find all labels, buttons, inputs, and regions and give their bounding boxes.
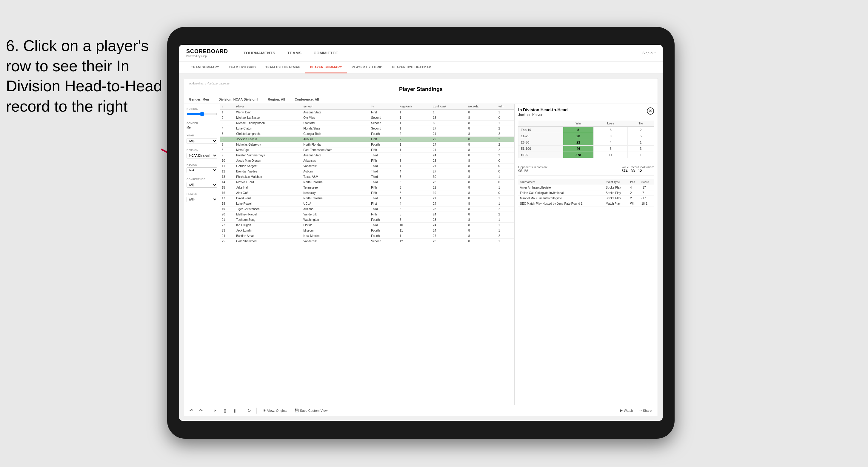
left-sidebar: No Rds. Gender Men Year (All) <box>184 104 220 405</box>
year-select[interactable]: (All) <box>187 138 217 144</box>
cell-yr: Third <box>369 163 398 169</box>
cell-num: 2 <box>220 115 234 121</box>
table-row[interactable]: 19 Tiger Christensen Arizona Third 8 23 … <box>220 207 514 212</box>
share-button[interactable]: ⇨ Share <box>637 407 654 413</box>
cell-player: Bastien Amat <box>234 234 302 239</box>
refresh-button[interactable]: ↻ <box>246 407 253 414</box>
cell-win: 0 <box>497 163 514 169</box>
table-row[interactable]: 17 David Ford North Carolina Third 4 21 … <box>220 196 514 201</box>
table-row[interactable]: 8 Mats Ege East Tennessee State Fifth 1 … <box>220 147 514 153</box>
table-row[interactable]: 13 Phichaksn Maichon Texas A&M Third 6 3… <box>220 174 514 180</box>
table-row[interactable]: 9 Preston Summerhays Arizona State Third… <box>220 153 514 158</box>
cell-win: 2 <box>497 126 514 131</box>
no-rds-slider[interactable] <box>187 112 217 116</box>
conference-select[interactable]: (All) <box>187 182 217 188</box>
cell-conf-rank: 23 <box>431 180 467 185</box>
cell-reg-rank: 1 <box>398 142 431 147</box>
h2h-win-cell: 22 <box>563 139 593 146</box>
undo-button[interactable]: ↶ <box>188 407 195 414</box>
table-row[interactable]: 6 Jackson Koivun Auburn First 2 22 8 2 <box>220 137 514 142</box>
tab-player-h2h-heatmap[interactable]: PLAYER H2H HEATMAP <box>388 61 436 73</box>
cell-reg-rank: 1 <box>398 234 431 239</box>
table-row[interactable]: 21 Taehoon Song Washington Fourth 6 23 8… <box>220 217 514 223</box>
h2h-close-button[interactable]: ✕ <box>647 107 654 115</box>
cell-win: 2 <box>497 142 514 147</box>
cell-conf-rank: 23 <box>431 239 467 244</box>
tab-team-h2h-grid[interactable]: TEAM H2H GRID <box>224 61 260 73</box>
logo-sub: Powered by clippi <box>186 55 228 58</box>
cell-school: Texas A&M <box>302 174 369 180</box>
cell-player: David Ford <box>234 196 302 201</box>
tab-player-summary[interactable]: PLAYER SUMMARY <box>305 61 347 73</box>
sign-out-button[interactable]: Sign out <box>642 51 655 55</box>
cut-button[interactable]: ✂ <box>212 407 219 414</box>
cell-win: 1 <box>497 223 514 228</box>
table-row[interactable]: 7 Nicholas Gabrelcik North Florida Fourt… <box>220 142 514 147</box>
cell-reg-rank: 3 <box>398 185 431 190</box>
table-row[interactable]: 10 Jacob Mau Olesen Arkansas Fifth 3 23 … <box>220 158 514 163</box>
cell-win: 0 <box>497 180 514 185</box>
table-row[interactable]: 12 Brendan Valdes Auburn Third 4 27 8 0 <box>220 169 514 174</box>
tab-team-summary[interactable]: TEAM SUMMARY <box>186 61 224 73</box>
cell-reg-rank: 1 <box>398 110 431 115</box>
table-row[interactable]: 2 Michael La Sasso Ole Miss Second 1 18 … <box>220 115 514 121</box>
paste-button[interactable]: ▮ <box>231 407 238 414</box>
cell-no-rds: 8 <box>467 115 497 121</box>
tournament-name: Mirabel Maui Jim Intercollegiate <box>518 196 604 201</box>
h2h-row-label: 11-25 <box>519 133 563 139</box>
cell-yr: Third <box>369 207 398 212</box>
table-row[interactable]: 3 Michael Thorbjornsen Stanford Second 1… <box>220 121 514 126</box>
content-panel: Update time: 27/05/2024 16:56:26 Player … <box>184 78 658 416</box>
cell-num: 4 <box>220 126 234 131</box>
table-row[interactable]: 18 Luke Powell UCLA First 4 24 8 1 <box>220 201 514 207</box>
table-area: # Player School Yr Reg Rank Conf Rank No… <box>220 104 514 405</box>
col-player: Player <box>234 104 302 110</box>
tournament-row: Fallen Oak Collegiate Invitational Strok… <box>518 190 654 196</box>
nav-teams[interactable]: TEAMS <box>281 45 307 61</box>
view-original-button[interactable]: 👁 View: Original <box>260 408 290 413</box>
table-row[interactable]: 14 Maxwell Ford North Carolina Third 3 2… <box>220 180 514 185</box>
main-content: Update time: 27/05/2024 16:56:26 Player … <box>179 73 663 421</box>
cell-win: 1 <box>497 217 514 223</box>
cell-num: 9 <box>220 153 234 158</box>
save-custom-button[interactable]: 💾 Save Custom View <box>292 407 330 413</box>
table-row[interactable]: 25 Cole Sherwood Vanderbilt Second 12 23… <box>220 239 514 244</box>
table-row[interactable]: 22 Ian Gilligan Florida Third 10 24 8 1 <box>220 223 514 228</box>
division-select[interactable]: NCAA Division I <box>187 153 217 158</box>
table-row[interactable]: 11 Gordon Sargent Vanderbilt Third 4 21 … <box>220 163 514 169</box>
cell-win: 0 <box>497 158 514 163</box>
cell-player: Jackson Koivun <box>234 137 302 142</box>
tablet-screen: SCOREBOARD Powered by clippi TOURNAMENTS… <box>179 45 663 421</box>
cell-yr: Third <box>369 174 398 180</box>
player-select[interactable]: (All) <box>187 197 217 202</box>
tab-team-h2h-heatmap[interactable]: TEAM H2H HEATMAP <box>260 61 305 73</box>
redo-button[interactable]: ↷ <box>197 407 205 414</box>
cell-reg-rank: 2 <box>398 131 431 137</box>
nav-committee[interactable]: COMMITTEE <box>307 45 344 61</box>
table-row[interactable]: 5 Christo Lamprecht Georgia Tech Fourth … <box>220 131 514 137</box>
copy-button[interactable]: ▯ <box>221 407 229 414</box>
division-filter: Division: NCAA Division I <box>218 98 258 101</box>
watch-button[interactable]: ▶ Watch <box>618 407 636 413</box>
table-row[interactable]: 23 Jack Lundin Missouri Fourth 11 24 8 1 <box>220 228 514 234</box>
cell-player: Cole Sherwood <box>234 239 302 244</box>
cell-school: Vanderbilt <box>302 163 369 169</box>
tournament-row: Amer Ari Intercollegiate Stroke Play 4 -… <box>518 185 654 190</box>
table-row[interactable]: 15 Jake Hall Tennessee Fifth 3 22 8 1 <box>220 185 514 190</box>
opponents-label: Opponents in division: <box>518 166 548 169</box>
nav-tournaments[interactable]: TOURNAMENTS <box>238 45 281 61</box>
table-row[interactable]: 16 Alex Goff Kentucky Fifth 8 19 8 0 <box>220 190 514 196</box>
table-row[interactable]: 20 Matthew Riedel Vanderbilt Fifth 5 24 … <box>220 212 514 217</box>
tournament-pos: 2 <box>628 190 640 196</box>
h2h-row: 51-100 46 6 3 <box>519 146 654 152</box>
cell-reg-rank: 10 <box>398 223 431 228</box>
tab-player-h2h-grid[interactable]: PLAYER H2H GRID <box>347 61 388 73</box>
cell-player: Taehoon Song <box>234 217 302 223</box>
table-row[interactable]: 1 Wenyi Ding Arizona State First 1 1 8 1 <box>220 110 514 115</box>
cell-yr: Third <box>369 169 398 174</box>
opponents-summary: Opponents in division: 98.1% W-L-T recor… <box>518 163 654 176</box>
cell-player: Jacob Mau Olesen <box>234 158 302 163</box>
region-select[interactable]: N/A <box>187 167 217 173</box>
table-row[interactable]: 24 Bastien Amat New Mexico Fourth 1 27 8… <box>220 234 514 239</box>
table-row[interactable]: 4 Luke Claton Florida State Second 1 27 … <box>220 126 514 131</box>
